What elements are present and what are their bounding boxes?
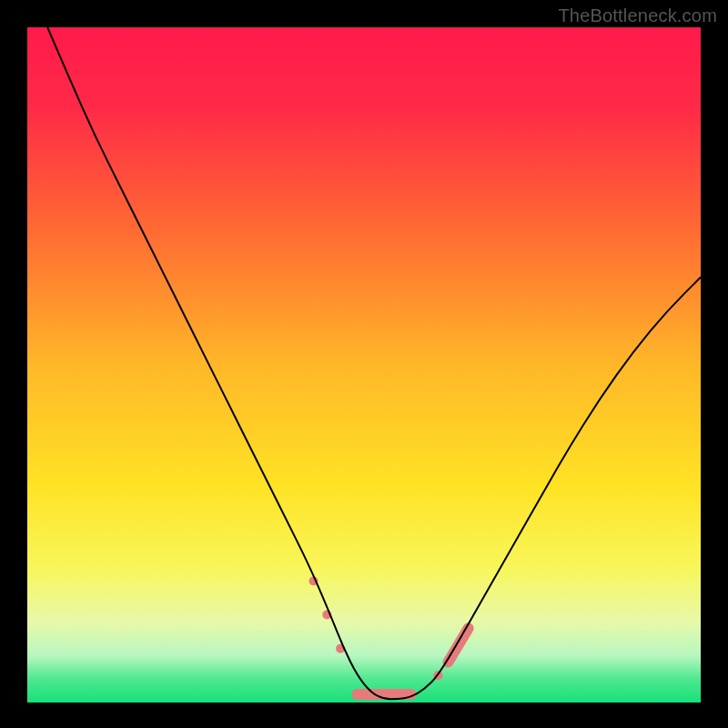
chart-frame: TheBottleneck.com [0, 0, 728, 728]
watermark-text: TheBottleneck.com [558, 5, 717, 26]
bottleneck-chart [0, 0, 728, 728]
gradient-background [27, 27, 701, 703]
